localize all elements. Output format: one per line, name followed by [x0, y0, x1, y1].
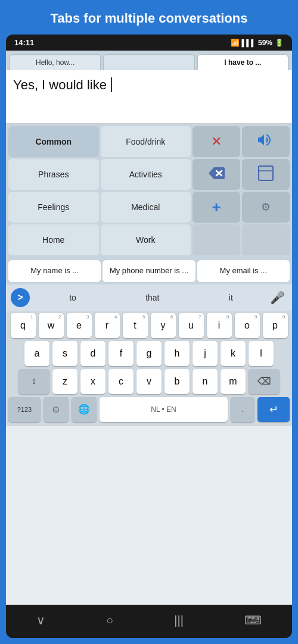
- key-h[interactable]: h: [164, 341, 190, 366]
- category-activities[interactable]: Activities: [101, 159, 191, 190]
- quick-phrases: My name is ... My phone number is ... My…: [6, 258, 292, 285]
- keyboard: 1q 2w 3e 4r 5t 6y 7u 8i 9o 0p a s d f g …: [6, 311, 292, 426]
- key-d[interactable]: d: [80, 341, 105, 366]
- space-key[interactable]: NL • EN: [100, 397, 228, 422]
- keyboard-row-1: 1q 2w 3e 4r 5t 6y 7u 8i 9o 0p: [8, 313, 290, 338]
- key-i[interactable]: 8i: [207, 313, 232, 338]
- status-bar: 14:11 📶 ▌▌▌ 59% 🔋: [6, 35, 292, 51]
- category-food-drink[interactable]: Food/drink: [101, 126, 191, 157]
- phrase-my-email[interactable]: My email is ...: [197, 260, 290, 282]
- key-p[interactable]: 0p: [263, 313, 288, 338]
- empty-slot-1: [193, 224, 240, 255]
- nav-recents[interactable]: |||: [162, 611, 195, 630]
- settings-action-button[interactable]: ⚙: [242, 192, 290, 223]
- keyboard-row-2: a s d f g h j k l: [8, 341, 290, 366]
- empty-slot-2: [242, 224, 290, 255]
- key-e[interactable]: 3e: [67, 313, 92, 338]
- key-w[interactable]: 2w: [39, 313, 64, 338]
- key-v[interactable]: v: [136, 369, 162, 394]
- suggestion-word-it[interactable]: it: [224, 290, 238, 305]
- keyboard-row-3: ⇧ z x c v b n m ⌫: [8, 369, 290, 394]
- tab-ihave[interactable]: I have to ...: [197, 54, 288, 70]
- key-b[interactable]: b: [164, 369, 190, 394]
- key-f[interactable]: f: [108, 341, 134, 366]
- keyboard-row-4: ?123 ☺ 🌐 NL • EN . ↵: [8, 397, 290, 422]
- key-t[interactable]: 5t: [123, 313, 148, 338]
- key-m[interactable]: m: [221, 369, 246, 394]
- key-j[interactable]: j: [193, 341, 218, 366]
- key-n[interactable]: n: [193, 369, 218, 394]
- backspace-key[interactable]: ⌫: [249, 369, 280, 394]
- category-medical[interactable]: Medical: [101, 192, 191, 223]
- backspace-icon: [208, 167, 225, 182]
- num-toggle-key[interactable]: ?123: [8, 397, 41, 422]
- expand-action-button[interactable]: [242, 159, 290, 190]
- wifi-icon: 📶: [231, 39, 240, 47]
- banner-title: Tabs for multiple conversations: [51, 11, 248, 26]
- key-o[interactable]: 9o: [235, 313, 260, 338]
- bottom-nav: ∨ ○ ||| ⌨: [6, 605, 292, 638]
- svg-rect-2: [259, 166, 273, 180]
- category-work[interactable]: Work: [101, 224, 191, 255]
- phrase-my-name[interactable]: My name is ...: [8, 260, 101, 282]
- suggestion-words: to that it: [35, 290, 268, 305]
- signal-icon: ▌▌▌: [242, 39, 256, 46]
- key-l[interactable]: l: [249, 341, 274, 366]
- key-u[interactable]: 7u: [179, 313, 204, 338]
- phrase-my-phone[interactable]: My phone number is ...: [103, 260, 195, 282]
- key-s[interactable]: s: [52, 341, 77, 366]
- tab-middle[interactable]: [103, 54, 194, 70]
- return-key[interactable]: ↵: [257, 397, 290, 422]
- speaker-icon: [258, 133, 274, 150]
- key-q[interactable]: 1q: [11, 313, 36, 338]
- battery-text: 59%: [258, 39, 272, 47]
- category-phrases[interactable]: Phrases: [8, 159, 99, 190]
- globe-key[interactable]: 🌐: [72, 397, 97, 422]
- text-content: Yes, I would like: [13, 77, 107, 92]
- suggestion-word-that[interactable]: that: [141, 290, 164, 305]
- period-key[interactable]: .: [231, 397, 254, 422]
- shift-key[interactable]: ⇧: [18, 369, 49, 394]
- backspace-action-button[interactable]: [193, 159, 240, 190]
- microphone-button[interactable]: 🎤: [268, 288, 287, 307]
- key-a[interactable]: a: [24, 341, 49, 366]
- suggestion-arrow-button[interactable]: >: [11, 288, 30, 307]
- close-icon: ✕: [211, 134, 222, 149]
- key-g[interactable]: g: [136, 341, 162, 366]
- suggestion-bar: > to that it 🎤: [6, 285, 292, 311]
- category-home[interactable]: Home: [8, 224, 99, 255]
- key-y[interactable]: 6y: [151, 313, 176, 338]
- suggestion-word-to[interactable]: to: [64, 290, 81, 305]
- category-feelings[interactable]: Feelings: [8, 192, 99, 223]
- key-x[interactable]: x: [80, 369, 105, 394]
- emoji-key[interactable]: ☺: [44, 397, 69, 422]
- tab-hello[interactable]: Hello, how...: [10, 54, 101, 70]
- tabs-row: Hello, how... I have to ...: [6, 51, 292, 70]
- key-r[interactable]: 4r: [95, 313, 120, 338]
- key-c[interactable]: c: [108, 369, 134, 394]
- nav-home[interactable]: ○: [94, 611, 125, 630]
- battery-icon: 🔋: [275, 39, 284, 47]
- nav-keyboard-hide[interactable]: ⌨: [232, 611, 274, 630]
- gear-icon: ⚙: [261, 201, 271, 214]
- expand-icon: [258, 165, 274, 183]
- add-action-button[interactable]: +: [193, 192, 240, 223]
- phone-shell: 14:11 📶 ▌▌▌ 59% 🔋 Hello, how... I have t…: [6, 35, 292, 638]
- status-time: 14:11: [14, 38, 34, 47]
- key-z[interactable]: z: [52, 369, 77, 394]
- close-action-button[interactable]: ✕: [193, 126, 240, 157]
- status-icons: 📶 ▌▌▌ 59% 🔋: [231, 39, 284, 47]
- category-common[interactable]: Common: [8, 126, 99, 157]
- top-banner: Tabs for multiple conversations: [0, 0, 298, 35]
- speaker-action-button[interactable]: [242, 126, 290, 157]
- plus-icon: +: [212, 198, 221, 217]
- key-k[interactable]: k: [221, 341, 246, 366]
- text-input-area[interactable]: Yes, I would like: [6, 70, 292, 124]
- category-grid: Common Food/drink ✕ Phrases: [6, 124, 292, 258]
- app-area: Hello, how... I have to ... Yes, I would…: [6, 51, 292, 605]
- nav-back[interactable]: ∨: [24, 611, 57, 630]
